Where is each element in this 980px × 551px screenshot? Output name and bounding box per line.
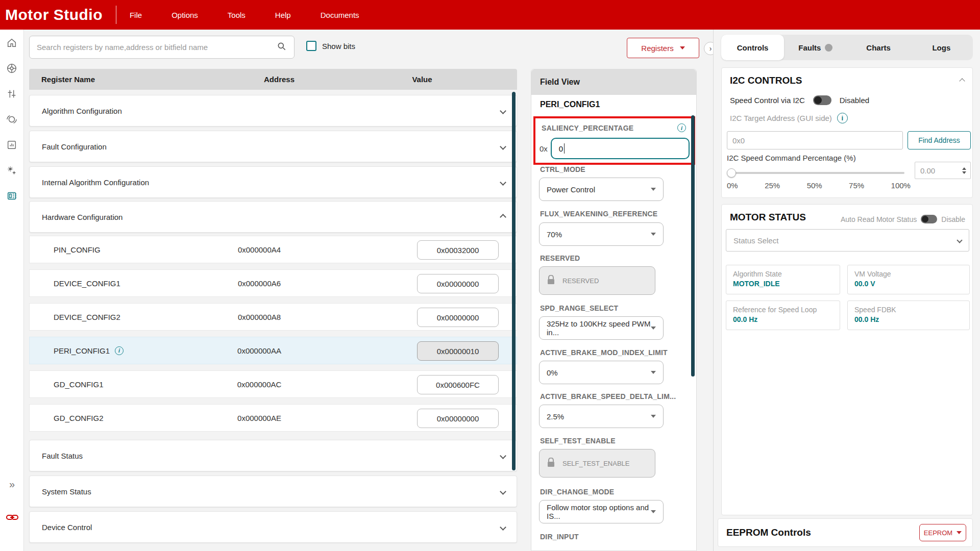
motor-status-card: MOTOR STATUS Auto Read Motor Status Disa…: [721, 204, 973, 515]
field-label-self-test: SELF_TEST_ENABLE: [540, 437, 616, 445]
spd-range-select[interactable]: 325Hz to 100KHz speed PWM in...: [539, 316, 664, 340]
register-value-input[interactable]: [417, 409, 499, 428]
field-view-scrollbar[interactable]: [691, 115, 695, 377]
tab-charts[interactable]: Charts: [847, 35, 910, 60]
topbar-divider: [116, 6, 116, 24]
motor-icon[interactable]: [6, 63, 17, 74]
select-value: 0%: [547, 368, 558, 377]
saliency-label: SALIENCY_PERCENTAGE: [542, 124, 633, 132]
active-brake-speed-select[interactable]: 2.5%: [539, 405, 664, 428]
target-address-input[interactable]: [727, 131, 903, 149]
menu-options[interactable]: Options: [172, 11, 198, 19]
flux-weakening-select[interactable]: 70%: [539, 222, 664, 246]
spinner-up-icon[interactable]: [962, 167, 966, 170]
menu-documents[interactable]: Documents: [321, 11, 359, 19]
saliency-highlight-box: SALIENCY_PERCENTAGE i 0x 0: [533, 116, 695, 165]
find-address-button[interactable]: Find Address: [908, 131, 971, 149]
select-value: 70%: [547, 230, 562, 239]
register-value-input[interactable]: [417, 308, 499, 327]
register-value-input[interactable]: [417, 274, 499, 293]
status-value: 00.0 Hz: [733, 315, 833, 323]
chevron-down-icon: [500, 143, 506, 150]
menu-help[interactable]: Help: [275, 11, 291, 19]
slider-handle[interactable]: [727, 168, 736, 178]
spinner-down-icon[interactable]: [962, 171, 966, 174]
group-label: Hardware Configuration: [42, 213, 122, 221]
collapse-section-icon[interactable]: [959, 78, 965, 84]
register-name: PIN_CONFIG: [54, 245, 101, 254]
status-select-dropdown[interactable]: Status Select: [726, 229, 969, 252]
search-box: [29, 36, 295, 59]
register-value-input[interactable]: [417, 341, 499, 361]
info-icon[interactable]: i: [837, 113, 848, 123]
register-group-system-status[interactable]: System Status: [29, 475, 517, 507]
register-row-device-config2[interactable]: DEVICE_CONFIG2 0x000000A8: [29, 303, 517, 331]
register-group-internal-algorithm-configuration[interactable]: Internal Algorithm Configuration: [29, 166, 517, 198]
locked-value: SELF_TEST_ENABLE: [562, 460, 630, 467]
chevron-up-icon: [500, 214, 506, 220]
register-value-input[interactable]: [417, 375, 499, 394]
link-icon[interactable]: [0, 513, 24, 521]
registers-dropdown-button[interactable]: Registers: [627, 38, 699, 58]
chevron-down-icon: [680, 46, 685, 49]
register-row-gd-config2[interactable]: GD_CONFIG2 0x000000AE: [29, 404, 517, 432]
faults-status-dot: [825, 44, 832, 52]
search-icon[interactable]: [277, 41, 287, 54]
group-label: Fault Configuration: [42, 142, 107, 151]
menu-bar: File Options Tools Help Documents: [130, 11, 359, 19]
ctrl-mode-select[interactable]: Power Control: [539, 178, 664, 201]
search-input[interactable]: [37, 43, 277, 52]
register-row-gd-config1[interactable]: GD_CONFIG1 0x000000AC: [29, 370, 517, 398]
rotation-sync-icon[interactable]: [6, 114, 17, 125]
active-brake-mod-select[interactable]: 0%: [539, 361, 664, 384]
show-bits-checkbox[interactable]: [306, 41, 316, 51]
spinner-arrows[interactable]: [958, 162, 970, 179]
register-group-device-control[interactable]: Device Control: [29, 511, 517, 543]
info-icon[interactable]: i: [677, 123, 686, 132]
tuning-sliders-icon[interactable]: [6, 88, 17, 99]
register-row-pin-config[interactable]: PIN_CONFIG 0x000000A4: [29, 236, 517, 263]
gears-settings-icon[interactable]: [6, 165, 17, 176]
home-icon[interactable]: [6, 37, 17, 48]
select-value: 325Hz to 100KHz speed PWM in...: [547, 319, 651, 337]
auto-read-toggle[interactable]: [921, 215, 937, 223]
register-address: 0x000000A4: [183, 245, 336, 254]
dir-change-mode-select[interactable]: Follow motor stop options and IS...: [539, 500, 664, 523]
chevron-down-icon: [651, 415, 656, 418]
menu-file[interactable]: File: [130, 11, 142, 19]
register-table-scrollbar[interactable]: [512, 92, 516, 470]
register-group-fault-configuration[interactable]: Fault Configuration: [29, 131, 517, 162]
tab-logs[interactable]: Logs: [910, 35, 973, 60]
chevron-down-icon: [500, 524, 506, 531]
register-row-device-config1[interactable]: DEVICE_CONFIG1 0x000000A6: [29, 269, 517, 297]
field-label-active-brake-speed: ACTIVE_BRAKE_SPEED_DELTA_LIM...: [540, 392, 676, 400]
registers-chip-icon[interactable]: [6, 190, 17, 202]
spinner-value: 0.00: [915, 166, 958, 175]
tick-label: 25%: [765, 181, 780, 190]
menu-tools[interactable]: Tools: [228, 11, 246, 19]
speed-command-slider[interactable]: [727, 168, 904, 178]
sidebar-expand-button[interactable]: »: [0, 479, 24, 490]
chevron-down-icon: [500, 453, 506, 459]
status-label: VM Voltage: [854, 270, 963, 278]
status-card-algorithm-state: Algorithm State MOTOR_IDLE: [726, 265, 840, 294]
register-row-peri-config1-selected[interactable]: PERI_CONFIG1 i 0x000000AA: [29, 337, 517, 364]
speed-control-toggle[interactable]: [813, 95, 831, 105]
tab-controls[interactable]: Controls: [721, 35, 784, 60]
register-address: 0x000000A6: [183, 279, 336, 288]
slider-track[interactable]: [727, 172, 904, 174]
chart-monitor-icon[interactable]: [6, 139, 17, 151]
self-test-locked-field: SELF_TEST_ENABLE: [539, 449, 655, 478]
speed-command-spinner[interactable]: 0.00: [915, 162, 971, 179]
tab-faults[interactable]: Faults: [784, 35, 847, 60]
eeprom-dropdown-button[interactable]: EEPROM: [919, 524, 966, 541]
speed-command-label: I2C Speed Command Percentage (%): [727, 154, 856, 162]
register-group-hardware-configuration[interactable]: Hardware Configuration: [29, 201, 517, 233]
register-group-algorithm-configuration[interactable]: Algorithm Configuration: [29, 95, 517, 127]
field-label-dir-input: DIR_INPUT: [540, 533, 579, 541]
register-value-input[interactable]: [417, 240, 499, 260]
register-group-fault-status[interactable]: Fault Status: [29, 440, 517, 471]
info-icon[interactable]: i: [115, 346, 124, 355]
saliency-value-input[interactable]: 0: [551, 138, 690, 159]
field-label-ctrl-mode: CTRL_MODE: [540, 165, 585, 173]
